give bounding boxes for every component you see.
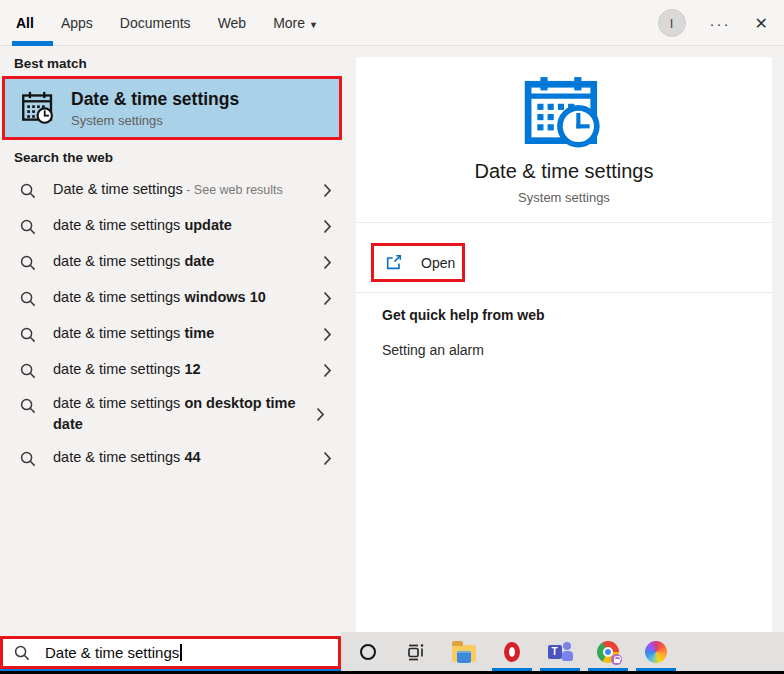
profile-lock-badge-icon: [611, 654, 622, 665]
tab-more-label: More: [273, 15, 305, 31]
results-panel: Best match: [0, 47, 344, 636]
tab-apps[interactable]: Apps: [61, 15, 93, 31]
preview-panel: Date & time settings System settings Ope…: [344, 47, 784, 632]
chevron-right-icon[interactable]: [323, 183, 332, 198]
suggestion-row[interactable]: date & time settings on desktop time dat…: [0, 388, 344, 440]
suggestion-row[interactable]: date & time settings date: [0, 244, 344, 280]
suggestion-row[interactable]: date & time settings time: [0, 316, 344, 352]
best-match-header: Best match: [14, 56, 87, 71]
preview-subtitle: System settings: [356, 190, 772, 205]
search-input-value: Date & time settings: [45, 644, 179, 661]
search-icon: [20, 398, 36, 414]
divider: [356, 292, 772, 293]
open-button-label: Open: [421, 255, 455, 271]
header-actions: I ··· ✕: [658, 0, 768, 46]
quick-help-header: Get quick help from web: [382, 307, 545, 323]
opera-icon: [504, 642, 520, 662]
file-explorer-button[interactable]: [440, 632, 488, 671]
chevron-right-icon[interactable]: [323, 451, 332, 466]
best-match-text: Date & time settings System settings: [71, 89, 239, 128]
suggestion-text: date & time settings on desktop time dat…: [53, 389, 308, 439]
more-options-icon[interactable]: ···: [710, 16, 731, 31]
calendar-clock-icon: [20, 91, 56, 125]
tab-more[interactable]: More▼: [273, 15, 318, 31]
taskbar-search-input[interactable]: Date & time settings: [0, 636, 341, 669]
best-match-result[interactable]: Date & time settings System settings: [2, 76, 342, 140]
best-match-subtitle: System settings: [71, 113, 239, 128]
chrome-icon: [597, 641, 619, 663]
search-icon: [20, 183, 36, 199]
chevron-right-icon[interactable]: [323, 291, 332, 306]
preview-card: Date & time settings System settings Ope…: [356, 57, 772, 632]
divider: [356, 222, 772, 223]
best-match-title: Date & time settings: [71, 89, 239, 110]
open-external-icon: [385, 254, 403, 272]
suggestion-text: date & time settings date: [53, 247, 315, 276]
preview-title: Date & time settings: [356, 160, 772, 183]
firefox-button[interactable]: [632, 632, 680, 671]
teams-button[interactable]: T: [536, 632, 584, 671]
suggestion-text: date & time settings windows 10: [53, 283, 315, 312]
chevron-right-icon[interactable]: [323, 327, 332, 342]
search-the-web-header: Search the web: [14, 150, 113, 165]
suggestion-text: date & time settings update: [53, 211, 315, 240]
user-avatar[interactable]: I: [658, 9, 686, 37]
search-icon: [20, 327, 36, 343]
filter-tabs: All Apps Documents Web More▼: [16, 15, 318, 31]
suggestion-text: date & time settings 12: [53, 355, 315, 384]
taskbar: T: [341, 632, 784, 671]
tab-web[interactable]: Web: [218, 15, 247, 31]
search-icon: [20, 255, 36, 271]
chevron-right-icon[interactable]: [323, 363, 332, 378]
search-filter-bar: All Apps Documents Web More▼ I ··· ✕: [0, 0, 784, 46]
web-suggestions-list: Date & time settings - See web results d…: [0, 172, 344, 476]
chevron-right-icon[interactable]: [316, 407, 325, 422]
suggestion-row[interactable]: date & time settings 12: [0, 352, 344, 388]
suggestion-text: Date & time settings - See web results: [53, 175, 315, 204]
search-icon: [14, 645, 30, 661]
calendar-clock-icon-large: [524, 77, 604, 150]
suggestion-text: date & time settings time: [53, 319, 315, 348]
close-icon[interactable]: ✕: [755, 14, 768, 33]
chevron-right-icon[interactable]: [323, 219, 332, 234]
search-icon: [20, 219, 36, 235]
suggestion-row[interactable]: date & time settings update: [0, 208, 344, 244]
open-button[interactable]: Open: [371, 243, 465, 282]
suggestion-row[interactable]: date & time settings 44: [0, 440, 344, 476]
teams-icon: T: [548, 641, 573, 663]
opera-button[interactable]: [488, 632, 536, 671]
windows-search-panel: All Apps Documents Web More▼ I ··· ✕ Bes…: [0, 0, 784, 674]
text-cursor: [180, 644, 182, 661]
search-icon: [20, 291, 36, 307]
task-view-icon: [406, 642, 426, 662]
suggestion-text: date & time settings 44: [53, 443, 315, 472]
tab-all[interactable]: All: [16, 15, 34, 31]
search-icon: [20, 451, 36, 467]
cortana-button[interactable]: [344, 632, 392, 671]
suggestion-row[interactable]: date & time settings windows 10: [0, 280, 344, 316]
help-link-setting-alarm[interactable]: Setting an alarm: [382, 342, 484, 358]
tab-documents[interactable]: Documents: [120, 15, 191, 31]
active-tab-indicator: [12, 41, 53, 46]
file-explorer-icon: [452, 645, 476, 662]
firefox-icon: [645, 641, 667, 663]
suggestion-row-see-web-results[interactable]: Date & time settings - See web results: [0, 172, 344, 208]
task-view-button[interactable]: [392, 632, 440, 671]
search-icon: [20, 363, 36, 379]
cortana-icon: [360, 644, 376, 660]
chevron-right-icon[interactable]: [323, 255, 332, 270]
dropdown-arrow-icon: ▼: [309, 20, 318, 30]
chrome-button[interactable]: [584, 632, 632, 671]
